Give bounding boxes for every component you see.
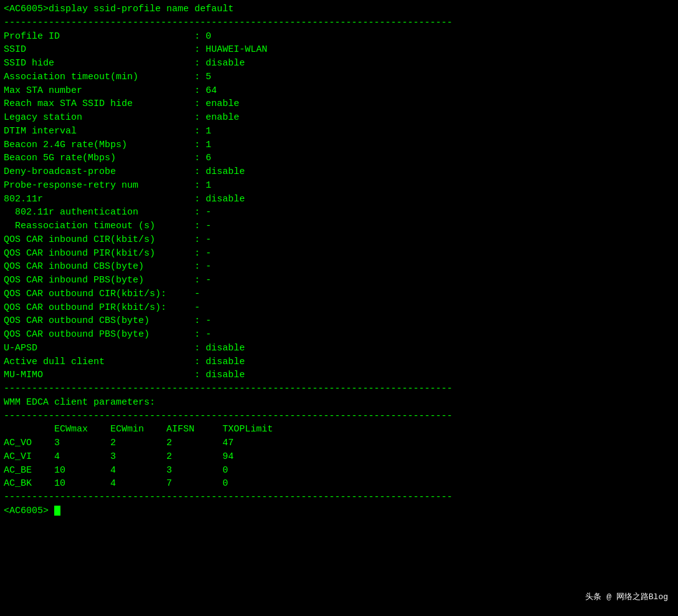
prompt-end: <AC6005> [4, 504, 674, 518]
field-ssid: SSID : HUAWEI-WLAN [4, 43, 674, 57]
field-reassoc-timeout: Reassociation timeout (s) : - [4, 219, 674, 233]
table-header: ECWmax ECWmin AIFSN TXOPLimit [4, 423, 674, 436]
field-max-sta: Max STA number : 64 [4, 84, 674, 98]
field-dtim: DTIM interval : 1 [4, 125, 674, 138]
field-80211r: 802.11r : disable [4, 193, 674, 206]
divider-4: ----------------------------------------… [4, 491, 674, 504]
terminal-window: <AC6005>display ssid-profile name defaul… [0, 0, 678, 616]
field-probe-retry: Probe-response-retry num : 1 [4, 179, 674, 193]
table-row-acbk: AC_BK 10 4 7 0 [4, 477, 674, 491]
field-qos-outbound-pbs: QOS CAR outbound PBS(byte) : - [4, 328, 674, 342]
field-beacon-5g: Beacon 5G rate(Mbps) : 6 [4, 152, 674, 165]
divider-1: ----------------------------------------… [4, 16, 674, 30]
field-qos-outbound-pir: QOS CAR outbound PIR(kbit/s): - [4, 301, 674, 315]
field-profile-id: Profile ID : 0 [4, 30, 674, 44]
divider-2: ----------------------------------------… [4, 382, 674, 396]
field-legacy-station: Legacy station : enable [4, 111, 674, 125]
watermark: 头条 @ 网络之路Blog [580, 589, 673, 605]
cursor [54, 506, 60, 516]
field-qos-outbound-cbs: QOS CAR outbound CBS(byte) : - [4, 314, 674, 328]
table-row-acbe: AC_BE 10 4 3 0 [4, 464, 674, 478]
field-qos-outbound-cir: QOS CAR outbound CIR(kbit/s): - [4, 287, 674, 301]
wmm-header: WMM EDCA client parameters: [4, 396, 674, 410]
field-uapsd: U-APSD : disable [4, 342, 674, 355]
field-qos-inbound-pbs: QOS CAR inbound PBS(byte) : - [4, 274, 674, 287]
table-row-acvo: AC_VO 3 2 2 47 [4, 436, 674, 450]
table-row-acvi: AC_VI 4 3 2 94 [4, 450, 674, 464]
field-qos-inbound-cbs: QOS CAR inbound CBS(byte) : - [4, 260, 674, 274]
prompt-text: <AC6005> [4, 506, 54, 516]
field-active-dull: Active dull client : disable [4, 355, 674, 369]
field-assoc-timeout: Association timeout(min) : 5 [4, 70, 674, 84]
command-line: <AC6005>display ssid-profile name defaul… [4, 2, 674, 16]
field-deny-broadcast: Deny-broadcast-probe : disable [4, 165, 674, 179]
field-qos-inbound-cir: QOS CAR inbound CIR(kbit/s) : - [4, 233, 674, 247]
field-ssid-hide: SSID hide : disable [4, 57, 674, 70]
field-qos-inbound-pir: QOS CAR inbound PIR(kbit/s) : - [4, 247, 674, 261]
field-80211r-auth: 802.11r authentication : - [4, 206, 674, 219]
field-reach-max: Reach max STA SSID hide : enable [4, 97, 674, 111]
field-mumimo: MU-MIMO : disable [4, 368, 674, 382]
field-beacon-24g: Beacon 2.4G rate(Mbps) : 1 [4, 138, 674, 152]
divider-3: ----------------------------------------… [4, 410, 674, 423]
watermark-text: 头条 @ 网络之路Blog [585, 592, 668, 602]
